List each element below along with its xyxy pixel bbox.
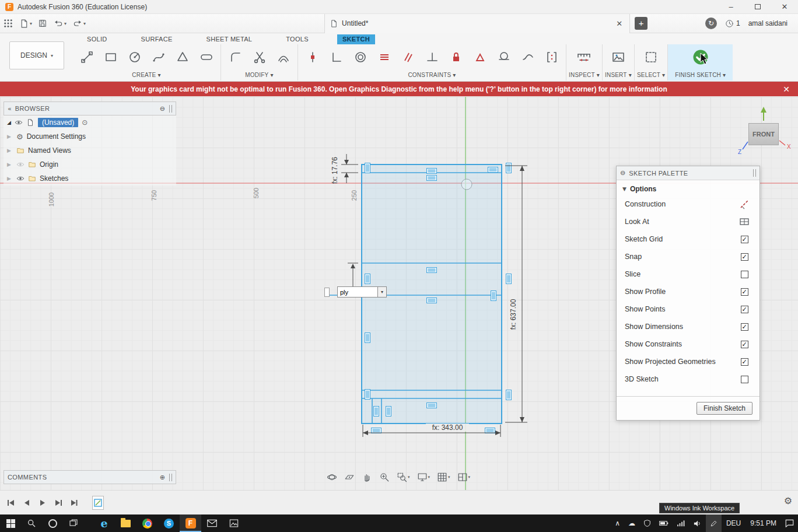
action-center-icon[interactable] [781,514,798,532]
select-tool-button[interactable] [639,45,663,69]
viewport-canvas[interactable]: fx: 637.00 fx: 343.00 fx: 17.76 1000 750… [0,97,798,490]
look-at-button[interactable] [342,471,357,484]
small-dimension-label[interactable]: fx: 17.76 [331,157,339,184]
constraints-group-dropdown[interactable]: CONSTRAINTS▾ [300,70,564,79]
caret-right-icon[interactable]: ▶ [7,176,13,181]
tab-tools[interactable]: TOOLS [281,34,314,44]
battery-icon[interactable] [655,514,673,532]
undo-button[interactable]: ▾ [50,16,69,31]
tab-sheet-metal[interactable]: SHEET METAL [201,34,258,44]
fix-constraint-button[interactable] [444,45,468,69]
caret-right-icon[interactable]: ▶ [7,148,13,153]
panel-grip[interactable] [753,169,756,177]
curvature-constraint-button[interactable] [540,45,564,69]
tree-item-origin[interactable]: ▶ Origin [4,158,176,172]
root-expand-icon[interactable]: ◢ [7,120,11,125]
create-group-dropdown[interactable]: CREATE▾ [75,70,218,79]
tree-item-document-settings[interactable]: ▶ ⚙ Document Settings [4,130,176,144]
width-dimension-label[interactable]: fx: 343.00 [432,424,463,432]
minus-circle-icon[interactable]: ⊖ [620,169,625,177]
symmetry-constraint-button[interactable] [468,45,492,69]
snap-checkbox[interactable] [741,253,748,261]
notifications-button[interactable]: 1 [725,19,740,28]
close-tab-button[interactable]: ✕ [614,19,625,28]
tree-item-label[interactable]: (Unsaved) [38,118,78,127]
offset-tool-button[interactable] [271,45,295,69]
timeline-skip-end-button[interactable] [69,498,79,508]
circle-tool-button[interactable] [123,45,146,69]
task-view-icon[interactable] [63,514,84,532]
slot-tool-button[interactable] [194,45,218,69]
fillet-tool-button[interactable] [223,45,247,69]
dimension-dropdown-button[interactable]: ▾ [378,286,387,298]
mail-icon[interactable] [201,514,223,532]
eye-icon[interactable] [15,118,23,127]
concentric-constraint-button[interactable] [348,45,372,69]
panel-grip[interactable] [169,474,172,481]
tree-item-label[interactable]: Named Views [28,146,71,155]
viewcube-front-face[interactable]: FRONT [748,123,779,145]
tree-item-named-views[interactable]: ▶ Named Views [4,144,176,158]
tab-solid[interactable]: SOLID [82,34,113,44]
grid-display-button[interactable]: ▾ [435,471,453,484]
tree-item-label[interactable]: Sketches [40,174,68,183]
job-status-button[interactable]: ↻ [705,18,717,29]
finish-sketch-button[interactable]: Finish Sketch [696,402,752,415]
taskbar-search-icon[interactable] [21,514,42,532]
network-icon[interactable] [673,514,689,532]
eye-icon[interactable] [16,174,24,183]
new-tab-button[interactable]: + [635,17,648,30]
caret-right-icon[interactable]: ▶ [7,162,13,167]
browser-header[interactable]: « BROWSER ⊖ [4,102,176,116]
fusion-360-taskbar-icon[interactable]: F [180,514,201,532]
dimension-value-input[interactable] [337,286,378,298]
start-button[interactable] [0,514,21,532]
show-projected-geometries-checkbox[interactable] [741,358,748,366]
collapse-browser-icon[interactable]: « [8,105,12,113]
comments-header[interactable]: COMMENTS ⊕ [4,470,176,484]
warning-close-button[interactable]: ✕ [783,82,790,96]
language-indicator[interactable]: DEU [722,514,746,532]
minus-circle-icon[interactable]: ⊖ [160,105,165,113]
display-settings-button[interactable]: ▾ [415,471,433,484]
finish-sketch-ribbon-button[interactable] [688,45,712,69]
timeline-step-forward-button[interactable] [53,498,64,508]
redo-button[interactable]: ▾ [69,16,89,31]
line-tool-button[interactable] [75,45,99,69]
show-profile-checkbox[interactable] [741,288,748,296]
tangent-constraint-button[interactable] [492,45,516,69]
orbit-button[interactable] [324,471,340,484]
gear-icon-button[interactable]: ⚙ [784,495,792,506]
midpoint-constraint-button[interactable] [372,45,396,69]
chrome-icon[interactable] [136,514,158,532]
slice-checkbox[interactable] [741,271,748,278]
workspace-selector[interactable]: DESIGN▾ [9,41,64,69]
horizontal-vertical-constraint-button[interactable] [324,45,348,69]
photos-icon[interactable] [223,514,244,532]
finish-sketch-dropdown[interactable]: FINISH SKETCH▾ [675,70,726,79]
app-grid-button[interactable] [0,16,16,31]
select-group-dropdown[interactable]: SELECT▾ [637,70,665,79]
panel-grip[interactable] [169,105,172,113]
look-at-icon[interactable] [738,216,750,227]
3d-sketch-checkbox[interactable] [741,376,748,383]
timeline-skip-start-button[interactable] [6,498,16,508]
parallel-constraint-button[interactable] [396,45,420,69]
measure-tool-button[interactable] [572,45,596,69]
insert-group-dropdown[interactable]: INSERT▾ [605,70,632,79]
activate-target-icon[interactable]: ⊙ [82,118,88,127]
show-constraints-checkbox[interactable] [741,341,748,348]
sketch-palette-header[interactable]: ⊖ SKETCH PALETTE [617,166,760,180]
onedrive-cloud-icon[interactable]: ☁ [624,514,639,532]
hidden-icons-chevron[interactable]: ∧ [611,514,624,532]
zoom-window-button[interactable]: ▾ [394,471,412,484]
timeline-play-button[interactable] [37,498,48,508]
edge-icon[interactable]: e [93,514,115,532]
timeline-sketch-feature[interactable] [92,496,104,510]
viewports-button[interactable]: ▾ [455,471,473,484]
minimize-button[interactable]: – [718,0,744,13]
caret-right-icon[interactable]: ▶ [7,134,13,139]
dimension-handle[interactable] [324,288,330,297]
tab-sketch[interactable]: SKETCH [337,34,375,44]
insert-image-button[interactable] [606,45,630,69]
